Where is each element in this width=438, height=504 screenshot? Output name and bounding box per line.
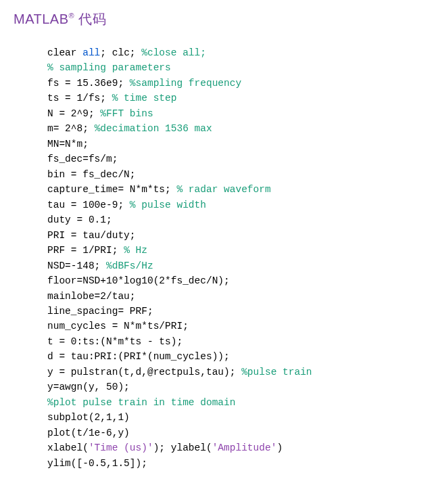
heading-reg: ® bbox=[69, 12, 75, 20]
code-line: line_spacing= PRF; bbox=[47, 306, 153, 317]
code-line: ts = 1/fs; % time step bbox=[47, 93, 176, 104]
code-line: subplot(2,1,1) bbox=[47, 412, 130, 423]
code-line: clear all; clc; %close all; bbox=[47, 47, 206, 58]
code-line: y=awgn(y, 50); bbox=[47, 382, 130, 392]
code-line: PRI = tau/duty; bbox=[47, 230, 136, 241]
matlab-code-block: clear all; clc; %close all; % sampling p… bbox=[47, 45, 424, 471]
code-line: % sampling parameters bbox=[47, 62, 171, 73]
code-line: m= 2^8; %decimation 1536 max bbox=[47, 123, 212, 134]
code-line: ylim([-0.5,1.5]); bbox=[47, 458, 147, 469]
heading-brand: MATLAB bbox=[14, 12, 69, 26]
code-line: PRF = 1/PRI; % Hz bbox=[47, 245, 147, 256]
code-line: t = 0:ts:(N*m*ts - ts); bbox=[47, 336, 182, 347]
code-line: bin = fs_dec/N; bbox=[47, 169, 136, 180]
code-line: floor=NSD+10*log10(2*fs_dec/N); bbox=[47, 275, 230, 286]
code-line: duty = 0.1; bbox=[47, 214, 112, 225]
code-line: tau = 100e-9; % pulse width bbox=[47, 200, 206, 210]
heading-suffix: 代码 bbox=[74, 12, 106, 26]
code-line: xlabel('Time (us)'); ylabel('Amplitude') bbox=[47, 442, 283, 453]
code-line: num_cycles = N*m*ts/PRI; bbox=[47, 321, 189, 331]
code-line: fs_dec=fs/m; bbox=[47, 154, 118, 164]
code-line: %plot pulse train in time domain bbox=[47, 397, 235, 408]
code-line: d = tau:PRI:(PRI*(num_cycles)); bbox=[47, 351, 230, 362]
code-line: N = 2^9; %FFT bins bbox=[47, 108, 153, 119]
code-line: plot(t/1e-6,y) bbox=[47, 428, 130, 438]
code-line: y = pulstran(t,d,@rectpuls,tau); %pulse … bbox=[47, 367, 312, 377]
code-line: capture_time= N*m*ts; % radar waveform bbox=[47, 184, 271, 195]
code-line: NSD=-148; %dBFs/Hz bbox=[47, 260, 153, 271]
code-line: fs = 15.36e9; %sampling frequency bbox=[47, 78, 241, 89]
section-heading: MATLAB® 代码 bbox=[14, 10, 424, 28]
code-line: MN=N*m; bbox=[47, 139, 89, 150]
code-line: mainlobe=2/tau; bbox=[47, 291, 136, 302]
